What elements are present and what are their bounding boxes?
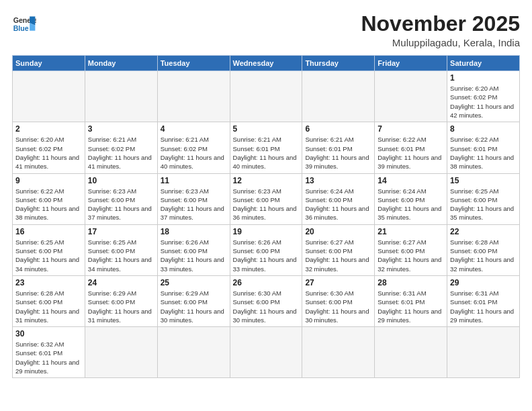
day-number: 11 bbox=[161, 176, 227, 185]
weekday-header-row: SundayMondayTuesdayWednesdayThursdayFrid… bbox=[13, 56, 520, 71]
calendar-cell: 16Sunrise: 6:25 AMSunset: 6:00 PMDayligh… bbox=[13, 224, 85, 275]
main-title: November 2025 bbox=[361, 12, 520, 36]
day-info: Sunrise: 6:31 AMSunset: 6:01 PMDaylight:… bbox=[450, 289, 517, 324]
calendar-week-0: 1Sunrise: 6:20 AMSunset: 6:02 PMDaylight… bbox=[13, 71, 520, 122]
day-info: Sunrise: 6:20 AMSunset: 6:02 PMDaylight:… bbox=[15, 135, 82, 171]
day-number: 1 bbox=[450, 73, 517, 83]
day-number: 18 bbox=[161, 227, 227, 236]
calendar-cell bbox=[157, 71, 230, 122]
day-info: Sunrise: 6:26 AMSunset: 6:00 PMDaylight:… bbox=[233, 238, 300, 273]
calendar-cell: 23Sunrise: 6:28 AMSunset: 6:00 PMDayligh… bbox=[13, 275, 85, 326]
day-number: 4 bbox=[161, 124, 227, 134]
day-info: Sunrise: 6:24 AMSunset: 6:00 PMDaylight:… bbox=[305, 187, 371, 222]
calendar-cell: 6Sunrise: 6:21 AMSunset: 6:01 PMDaylight… bbox=[302, 122, 375, 173]
calendar-cell bbox=[302, 71, 375, 122]
day-number: 26 bbox=[233, 278, 300, 287]
weekday-header-thursday: Thursday bbox=[302, 56, 375, 71]
weekday-header-monday: Monday bbox=[85, 56, 157, 71]
day-info: Sunrise: 6:30 AMSunset: 6:00 PMDaylight:… bbox=[305, 289, 371, 324]
day-info: Sunrise: 6:21 AMSunset: 6:02 PMDaylight:… bbox=[161, 135, 227, 171]
calendar-cell: 18Sunrise: 6:26 AMSunset: 6:00 PMDayligh… bbox=[157, 224, 230, 275]
day-info: Sunrise: 6:29 AMSunset: 6:00 PMDaylight:… bbox=[161, 289, 227, 324]
day-info: Sunrise: 6:21 AMSunset: 6:01 PMDaylight:… bbox=[233, 135, 300, 171]
day-number: 13 bbox=[305, 176, 371, 185]
day-number: 21 bbox=[378, 227, 444, 236]
day-info: Sunrise: 6:23 AMSunset: 6:00 PMDaylight:… bbox=[88, 187, 154, 222]
calendar-week-3: 16Sunrise: 6:25 AMSunset: 6:00 PMDayligh… bbox=[13, 224, 520, 275]
svg-text:Blue: Blue bbox=[13, 24, 29, 32]
day-info: Sunrise: 6:25 AMSunset: 6:00 PMDaylight:… bbox=[88, 238, 154, 273]
calendar-cell bbox=[447, 327, 520, 378]
calendar-cell: 14Sunrise: 6:24 AMSunset: 6:00 PMDayligh… bbox=[375, 173, 447, 224]
calendar-cell: 29Sunrise: 6:31 AMSunset: 6:01 PMDayligh… bbox=[447, 275, 520, 326]
day-info: Sunrise: 6:32 AMSunset: 6:01 PMDaylight:… bbox=[15, 340, 82, 375]
day-number: 7 bbox=[378, 124, 444, 134]
day-number: 22 bbox=[450, 227, 517, 236]
day-number: 15 bbox=[450, 176, 517, 185]
day-number: 9 bbox=[15, 176, 82, 185]
day-number: 19 bbox=[233, 227, 300, 236]
day-info: Sunrise: 6:23 AMSunset: 6:00 PMDaylight:… bbox=[161, 187, 227, 222]
calendar-cell: 5Sunrise: 6:21 AMSunset: 6:01 PMDaylight… bbox=[230, 122, 302, 173]
subtitle: Muluppilagadu, Kerala, India bbox=[361, 37, 520, 48]
calendar-week-4: 23Sunrise: 6:28 AMSunset: 6:00 PMDayligh… bbox=[13, 275, 520, 326]
calendar-cell bbox=[375, 327, 447, 378]
day-info: Sunrise: 6:21 AMSunset: 6:02 PMDaylight:… bbox=[88, 135, 154, 171]
calendar-cell: 15Sunrise: 6:25 AMSunset: 6:00 PMDayligh… bbox=[447, 173, 520, 224]
day-number: 17 bbox=[88, 227, 154, 236]
day-info: Sunrise: 6:20 AMSunset: 6:02 PMDaylight:… bbox=[450, 84, 517, 120]
day-info: Sunrise: 6:22 AMSunset: 6:01 PMDaylight:… bbox=[378, 135, 444, 171]
calendar-cell: 19Sunrise: 6:26 AMSunset: 6:00 PMDayligh… bbox=[230, 224, 302, 275]
calendar-cell: 22Sunrise: 6:28 AMSunset: 6:00 PMDayligh… bbox=[447, 224, 520, 275]
day-number: 24 bbox=[88, 278, 154, 287]
weekday-header-tuesday: Tuesday bbox=[157, 56, 230, 71]
day-number: 29 bbox=[450, 278, 517, 287]
calendar-cell: 28Sunrise: 6:31 AMSunset: 6:01 PMDayligh… bbox=[375, 275, 447, 326]
day-info: Sunrise: 6:27 AMSunset: 6:00 PMDaylight:… bbox=[378, 238, 444, 273]
calendar-cell: 9Sunrise: 6:22 AMSunset: 6:00 PMDaylight… bbox=[13, 173, 85, 224]
calendar-cell: 27Sunrise: 6:30 AMSunset: 6:00 PMDayligh… bbox=[302, 275, 375, 326]
day-info: Sunrise: 6:21 AMSunset: 6:01 PMDaylight:… bbox=[305, 135, 371, 171]
calendar-cell: 11Sunrise: 6:23 AMSunset: 6:00 PMDayligh… bbox=[157, 173, 230, 224]
day-info: Sunrise: 6:29 AMSunset: 6:00 PMDaylight:… bbox=[88, 289, 154, 324]
title-block: November 2025 Muluppilagadu, Kerala, Ind… bbox=[361, 12, 520, 48]
day-info: Sunrise: 6:25 AMSunset: 6:00 PMDaylight:… bbox=[15, 238, 82, 273]
calendar-cell: 20Sunrise: 6:27 AMSunset: 6:00 PMDayligh… bbox=[302, 224, 375, 275]
calendar-cell bbox=[157, 327, 230, 378]
calendar-cell: 2Sunrise: 6:20 AMSunset: 6:02 PMDaylight… bbox=[13, 122, 85, 173]
day-number: 10 bbox=[88, 176, 154, 185]
calendar-cell bbox=[375, 71, 447, 122]
calendar-cell bbox=[230, 327, 302, 378]
calendar-week-5: 30Sunrise: 6:32 AMSunset: 6:01 PMDayligh… bbox=[13, 327, 520, 378]
day-number: 12 bbox=[233, 176, 300, 185]
day-number: 30 bbox=[15, 329, 82, 338]
calendar-week-1: 2Sunrise: 6:20 AMSunset: 6:02 PMDaylight… bbox=[13, 122, 520, 173]
day-info: Sunrise: 6:22 AMSunset: 6:01 PMDaylight:… bbox=[450, 135, 517, 171]
calendar-cell: 24Sunrise: 6:29 AMSunset: 6:00 PMDayligh… bbox=[85, 275, 157, 326]
day-info: Sunrise: 6:22 AMSunset: 6:00 PMDaylight:… bbox=[15, 187, 82, 222]
logo-icon: General Blue bbox=[12, 12, 36, 36]
calendar-cell: 4Sunrise: 6:21 AMSunset: 6:02 PMDaylight… bbox=[157, 122, 230, 173]
calendar-cell bbox=[85, 71, 157, 122]
calendar-cell: 7Sunrise: 6:22 AMSunset: 6:01 PMDaylight… bbox=[375, 122, 447, 173]
day-info: Sunrise: 6:26 AMSunset: 6:00 PMDaylight:… bbox=[161, 238, 227, 273]
calendar-table: SundayMondayTuesdayWednesdayThursdayFrid… bbox=[12, 55, 520, 378]
day-number: 3 bbox=[88, 124, 154, 134]
day-info: Sunrise: 6:28 AMSunset: 6:00 PMDaylight:… bbox=[15, 289, 82, 324]
calendar-cell: 3Sunrise: 6:21 AMSunset: 6:02 PMDaylight… bbox=[85, 122, 157, 173]
day-number: 8 bbox=[450, 124, 517, 134]
calendar-cell: 10Sunrise: 6:23 AMSunset: 6:00 PMDayligh… bbox=[85, 173, 157, 224]
calendar-cell: 21Sunrise: 6:27 AMSunset: 6:00 PMDayligh… bbox=[375, 224, 447, 275]
day-number: 2 bbox=[15, 124, 82, 134]
day-info: Sunrise: 6:28 AMSunset: 6:00 PMDaylight:… bbox=[450, 238, 517, 273]
calendar-cell: 26Sunrise: 6:30 AMSunset: 6:00 PMDayligh… bbox=[230, 275, 302, 326]
header: General Blue November 2025 Muluppilagadu… bbox=[12, 12, 520, 48]
calendar-cell: 17Sunrise: 6:25 AMSunset: 6:00 PMDayligh… bbox=[85, 224, 157, 275]
day-number: 16 bbox=[15, 227, 82, 236]
calendar-cell: 13Sunrise: 6:24 AMSunset: 6:00 PMDayligh… bbox=[302, 173, 375, 224]
day-info: Sunrise: 6:27 AMSunset: 6:00 PMDaylight:… bbox=[305, 238, 371, 273]
day-info: Sunrise: 6:23 AMSunset: 6:00 PMDaylight:… bbox=[233, 187, 300, 222]
weekday-header-wednesday: Wednesday bbox=[230, 56, 302, 71]
day-number: 5 bbox=[233, 124, 300, 134]
weekday-header-friday: Friday bbox=[375, 56, 447, 71]
